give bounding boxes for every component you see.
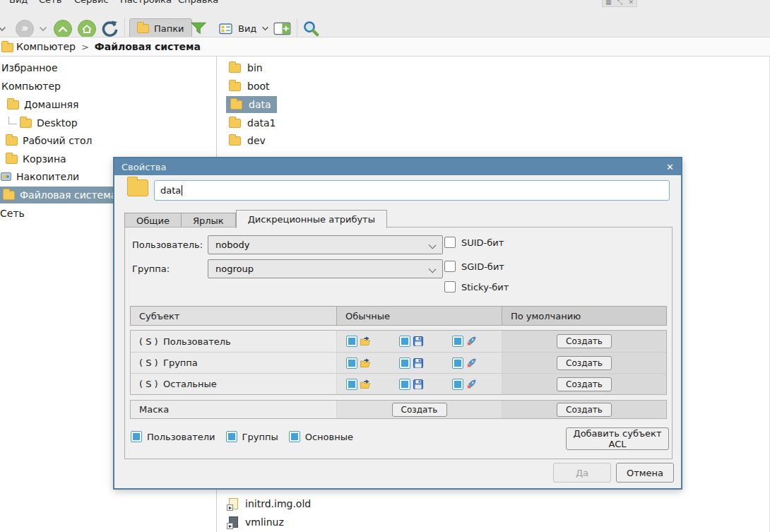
up-button[interactable] <box>54 20 72 38</box>
folders-button-label: Папки <box>154 23 184 34</box>
write-permission[interactable] <box>399 357 424 369</box>
split-view-icon[interactable] <box>273 22 291 35</box>
filter-basic-checkbox[interactable] <box>289 431 300 442</box>
menu-network[interactable]: Сеть <box>39 0 61 6</box>
group-select[interactable]: nogroup <box>208 259 443 278</box>
owner-select[interactable]: nobody <box>208 235 443 254</box>
owner-label: Пользователь: <box>132 240 203 250</box>
restore-window-icon[interactable]: ⤡ <box>617 0 622 6</box>
file-item-data[interactable]: data <box>226 96 277 113</box>
view-button-label: Вид <box>238 23 256 34</box>
dialog-title-bar[interactable]: Свойства ✕ <box>114 158 681 175</box>
sidebar-item-desktop[interactable]: Desktop <box>0 114 78 131</box>
acl-row-label: Группа <box>163 357 198 368</box>
sidebar-item-label: Домашняя <box>24 99 78 110</box>
folder-icon <box>230 100 242 110</box>
read-checkbox[interactable] <box>346 379 357 390</box>
create-default-mask-button[interactable]: Создать <box>557 403 612 417</box>
mask-label: Маска <box>139 404 169 415</box>
write-checkbox[interactable] <box>399 336 410 347</box>
sidebar-item-home[interactable]: Домашняя <box>0 96 78 113</box>
execute-checkbox[interactable] <box>452 336 463 347</box>
tab-general[interactable]: Общие <box>124 213 182 228</box>
filter-users-checkbox[interactable] <box>131 431 142 442</box>
read-permission[interactable] <box>346 379 371 390</box>
tab-shortcut[interactable]: Ярлык <box>182 213 236 228</box>
tab-discretionary-attributes[interactable]: Дискреционные атрибуты <box>236 210 387 228</box>
sidebar-item-filesystem[interactable]: Файловая система <box>0 187 122 203</box>
sidebar-item-work-desktop[interactable]: Рабочий стол <box>0 132 93 149</box>
sidebar-item-network[interactable]: Сеть <box>0 205 25 222</box>
file-item-initrd[interactable]: initrd.img.old <box>229 495 311 512</box>
file-name-input[interactable]: data <box>154 180 670 201</box>
menu-settings[interactable]: Настройка <box>120 0 172 6</box>
suid-checkbox[interactable] <box>444 237 456 248</box>
close-window-icon[interactable]: ✕ <box>628 0 634 6</box>
file-item-data1[interactable]: data1 <box>229 114 276 131</box>
search-icon[interactable] <box>302 20 320 37</box>
forward-button[interactable]: » <box>16 20 34 38</box>
write-floppy-icon <box>413 357 424 369</box>
sidebar-item-drives[interactable]: Накопители <box>0 168 79 185</box>
menu-help[interactable]: Справка <box>178 0 218 6</box>
sidebar-item-trash[interactable]: Корзина <box>0 150 66 167</box>
breadcrumb-current[interactable]: Файловая система <box>95 41 201 52</box>
read-checkbox[interactable] <box>346 336 357 347</box>
sidebar-item-label: Сеть <box>0 208 25 219</box>
write-checkbox[interactable] <box>399 379 410 390</box>
write-checkbox[interactable] <box>399 357 410 369</box>
back-history-chevron-icon[interactable] <box>0 26 6 32</box>
close-icon[interactable]: ✕ <box>666 162 674 172</box>
folders-toggle-button[interactable]: Папки <box>129 18 192 39</box>
menu-view[interactable]: Вид <box>9 0 28 6</box>
acl-row-group: ( S ) Группа <box>131 352 666 373</box>
execute-permission[interactable] <box>452 357 477 369</box>
menu-tools[interactable]: Сервис <box>74 0 109 6</box>
execute-permission[interactable] <box>452 379 477 390</box>
acl-header-subject: Субъект <box>131 307 337 325</box>
file-item-boot[interactable]: boot <box>229 78 270 95</box>
write-permission[interactable] <box>399 379 424 390</box>
sticky-checkbox[interactable] <box>444 281 456 292</box>
filter-funnel-icon[interactable] <box>191 22 206 35</box>
read-permission[interactable] <box>346 357 371 369</box>
read-checkbox[interactable] <box>346 357 357 369</box>
sticky-checkbox-group[interactable]: Sticky-бит <box>444 281 509 292</box>
symlink-file-icon <box>229 498 238 509</box>
execute-checkbox[interactable] <box>452 357 463 369</box>
drive-icon <box>1 172 11 181</box>
tree-elbow <box>8 117 17 124</box>
file-item-bin[interactable]: bin <box>229 59 263 76</box>
create-default-acl-button[interactable]: Создать <box>557 334 612 348</box>
breadcrumb-root[interactable]: Компьютер <box>16 41 76 52</box>
file-item-vmlinuz[interactable]: vmlinuz <box>229 514 284 531</box>
create-default-acl-button[interactable]: Создать <box>557 356 612 370</box>
sgid-checkbox[interactable] <box>444 261 456 272</box>
add-acl-subject-button[interactable]: Добавить субъект ACL <box>566 427 669 450</box>
refresh-icon[interactable] <box>100 20 119 38</box>
file-item-dev[interactable]: dev <box>229 132 266 149</box>
group-label: Группа: <box>132 264 170 274</box>
suid-checkbox-group[interactable]: SUID-бит <box>444 237 504 248</box>
execute-checkbox[interactable] <box>452 379 463 390</box>
grid-icon[interactable]: ▦ <box>605 0 612 6</box>
forward-history-chevron-icon[interactable] <box>39 26 47 32</box>
filter-groups-checkbox[interactable] <box>226 431 237 442</box>
ok-button[interactable]: Да <box>553 463 611 483</box>
sidebar-item-favorites[interactable]: Избранное <box>0 59 58 76</box>
sgid-label: SGID-бит <box>461 261 504 272</box>
chevron-up-icon <box>58 26 68 32</box>
chevron-down-icon <box>261 26 269 31</box>
home-button[interactable] <box>78 20 96 38</box>
create-default-acl-button[interactable]: Создать <box>557 377 612 391</box>
acl-table-rows: ( S ) Пользователь <box>130 330 667 395</box>
execute-permission[interactable] <box>452 336 477 347</box>
window-chrome: Вид Сеть Сервис Настройка Справка ▦ ⤡ ✕ … <box>0 0 770 37</box>
view-mode-button[interactable]: Вид <box>212 18 276 39</box>
write-permission[interactable] <box>399 336 424 347</box>
sidebar-item-computer[interactable]: Компьютер <box>0 78 61 95</box>
create-mask-button[interactable]: Создать <box>392 403 447 417</box>
sgid-checkbox-group[interactable]: SGID-бит <box>444 261 504 272</box>
read-permission[interactable] <box>346 336 371 347</box>
cancel-button[interactable]: Отмена <box>616 463 674 483</box>
